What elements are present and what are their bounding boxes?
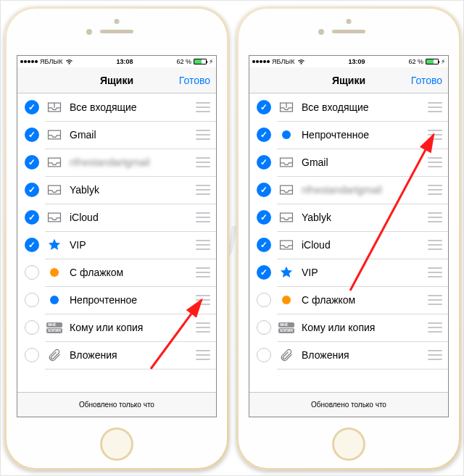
wifi-icon [65,59,73,65]
mailbox-row[interactable]: ✓ nfrwstandartgmail [249,176,448,204]
mailbox-row[interactable]: Вложения [249,341,448,369]
checkbox[interactable]: ✓ [25,100,39,114]
flag-icon [46,264,62,280]
mailbox-row[interactable]: ✓ Все входящие [249,93,448,121]
mailbox-row[interactable]: ✓ iCloud [17,204,216,231]
checkmark-icon: ✓ [260,130,268,140]
comparison-stage: блык ЯБЛЫК 13:08 [0,0,464,476]
checkbox[interactable]: ✓ [257,265,271,280]
checkbox[interactable]: ✓ [25,128,39,142]
home-button[interactable] [100,427,133,461]
mailbox-row[interactable]: МНЕ КОПИЯ Кому или копия [249,314,448,341]
mailbox-row[interactable]: ✓ VIP [249,259,448,286]
checkbox[interactable]: ✓ [257,183,271,197]
drag-handle-icon[interactable] [196,130,210,140]
star-icon [278,264,294,280]
battery-pct: 62 % [408,58,423,65]
drag-handle-icon[interactable] [196,295,210,305]
home-button[interactable] [332,427,365,461]
screen: ЯБЛЫК 13:08 62 % ⚡︎ Ящики Готово [17,55,217,417]
drag-handle-icon[interactable] [196,350,210,360]
drag-handle-icon[interactable] [196,185,210,195]
mailbox-row[interactable]: ✓ nfrwstandartgmail [17,149,216,176]
mailbox-row[interactable]: С флажком [17,259,216,286]
mailbox-row[interactable]: Непрочтенное [17,286,216,314]
drag-handle-icon[interactable] [428,267,442,277]
checkbox[interactable] [25,348,39,362]
drag-handle-icon[interactable] [196,267,210,277]
drag-handle-icon[interactable] [196,102,210,112]
drag-handle-icon[interactable] [196,212,210,222]
mailbox-row[interactable]: ✓ Непрочтенное [249,121,448,149]
mailbox-label: Кому или копия [302,322,428,333]
drag-handle-icon[interactable] [428,102,442,112]
checkmark-icon: ✓ [28,157,36,167]
flag-dot-icon [282,296,291,304]
unread-icon [46,292,62,308]
checkmark-icon: ✓ [260,240,268,250]
mailbox-list: ✓ Все входящие ✓ Gmail ✓ nfrwstandartgma… [17,93,216,369]
done-button[interactable]: Готово [411,75,442,86]
mailbox-row[interactable]: ✓ Gmail [17,121,216,149]
mailbox-row[interactable]: Вложения [17,341,216,369]
tray-icon [46,154,62,170]
checkmark-icon: ✓ [260,212,268,222]
done-button[interactable]: Готово [179,75,210,86]
drag-handle-icon[interactable] [428,212,442,222]
clock: 13:09 [348,58,365,65]
drag-handle-icon[interactable] [428,350,442,360]
mailbox-row[interactable]: ✓ Yablyk [249,204,448,231]
phone-frame: ЯБЛЫК 13:08 62 % ⚡︎ Ящики Готово [4,7,229,470]
checkbox[interactable]: ✓ [25,210,39,225]
checkbox[interactable]: ✓ [25,238,39,252]
mailbox-row[interactable]: ✓ Все входящие [17,93,216,121]
drag-handle-icon[interactable] [428,130,442,140]
mailbox-row[interactable]: ✓ Yablyk [17,176,216,204]
checkbox[interactable]: ✓ [25,183,39,197]
checkmark-icon: ✓ [260,267,268,277]
drag-handle-icon[interactable] [196,240,210,250]
checkbox[interactable]: ✓ [25,155,39,170]
tray-icon [278,237,294,253]
signal-dots-icon [20,60,38,63]
checkbox[interactable] [25,320,39,335]
mailbox-label: nfrwstandartgmail [302,184,428,196]
checkbox[interactable]: ✓ [257,238,271,252]
checkbox[interactable] [25,265,39,280]
unread-dot-icon [282,130,291,139]
mailbox-row[interactable]: ✓ VIP [17,231,216,259]
battery-icon [426,59,439,64]
checkbox[interactable] [257,348,271,362]
drag-handle-icon[interactable] [428,295,442,305]
drag-handle-icon[interactable] [196,322,210,333]
tray-icon [278,154,294,170]
drag-handle-icon[interactable] [196,157,210,167]
charging-icon: ⚡︎ [209,58,213,65]
drag-handle-icon[interactable] [428,157,442,167]
checkbox[interactable]: ✓ [257,128,271,142]
checkmark-icon: ✓ [28,130,36,140]
checkbox[interactable]: ✓ [257,210,271,225]
tray-icon [46,209,62,225]
mailbox-row[interactable]: МНЕ КОПИЯ Кому или копия [17,314,216,341]
checkbox[interactable] [25,293,39,307]
checkbox[interactable] [257,293,271,307]
unread-icon [278,127,294,143]
drag-handle-icon[interactable] [428,240,442,250]
mailbox-row[interactable]: ✓ Gmail [249,149,448,176]
checkbox[interactable]: ✓ [257,100,271,114]
mailbox-row[interactable]: ✓ iCloud [249,231,448,259]
clock: 13:08 [116,58,133,65]
checkmark-icon: ✓ [260,185,268,195]
mailbox-label: С флажком [302,294,428,306]
toolbar: Обновлено только что [17,392,216,417]
drag-handle-icon[interactable] [428,322,442,333]
checkbox[interactable] [257,320,271,335]
drag-handle-icon[interactable] [428,185,442,195]
unread-dot-icon [50,296,59,304]
checkmark-icon: ✓ [260,157,268,167]
mailbox-row[interactable]: С флажком [249,286,448,314]
clip-icon [46,347,62,363]
checkbox[interactable]: ✓ [257,155,271,170]
mailbox-label: Gmail [70,129,196,141]
